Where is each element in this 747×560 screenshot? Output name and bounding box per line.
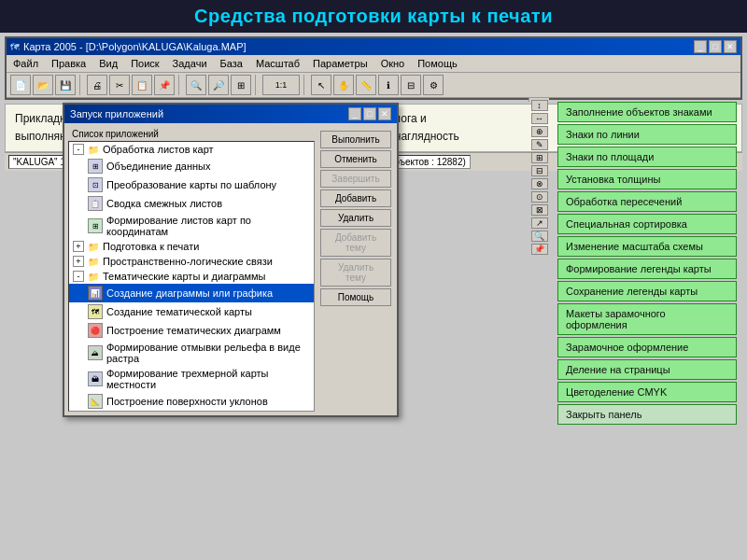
- dialog-minimize[interactable]: _: [348, 107, 361, 120]
- section-row-4[interactable]: - 📁 Тематические карты и диаграммы: [69, 269, 314, 284]
- item-icon-3: 📋: [88, 196, 103, 211]
- tb-paste[interactable]: 📌: [154, 75, 175, 95]
- list-item-9[interactable]: 📐 Построение поверхности уклонов: [69, 392, 314, 411]
- green-btn-0[interactable]: Заполнение объектов знаками: [557, 102, 737, 122]
- green-btn-9[interactable]: Макеты зарамочного оформления: [557, 303, 737, 335]
- vtb-btn-12[interactable]: 📌: [531, 244, 548, 255]
- maximize-button[interactable]: □: [709, 40, 722, 53]
- vtb-btn-6[interactable]: ⊟: [531, 165, 548, 176]
- btn-delete[interactable]: Удалить: [320, 209, 391, 227]
- menu-tasks[interactable]: Задачи: [170, 57, 210, 70]
- tb-measure[interactable]: 📏: [356, 75, 376, 95]
- list-item-4[interactable]: ⊞ Формирование листов карт по координата…: [69, 213, 314, 239]
- menu-base[interactable]: База: [218, 57, 246, 70]
- list-item-8[interactable]: 🏔 Формирование трехмерной карты местност…: [69, 366, 314, 392]
- list-item-3[interactable]: 📋 Сводка смежных листов: [69, 194, 314, 213]
- menu-file[interactable]: Файл: [10, 57, 41, 70]
- list-item-2[interactable]: ⊡ Преобразование карты по шаблону: [69, 175, 314, 194]
- list-item-label-selected: Создание диаграммы или графика: [106, 287, 273, 299]
- tb-sep4: [303, 75, 307, 95]
- tb-select[interactable]: ↖: [311, 75, 331, 95]
- tb-save[interactable]: 💾: [55, 75, 76, 95]
- vtb-btn-10[interactable]: ↗: [531, 217, 548, 229]
- green-btn-3[interactable]: Установка толщины: [557, 169, 737, 189]
- green-btn-6[interactable]: Изменение масштаба схемы: [557, 236, 737, 257]
- page-title: Средства подготовки карты к печати: [0, 0, 747, 33]
- tb-print[interactable]: 🖨: [87, 75, 107, 95]
- btn-add-theme[interactable]: Добавить тему: [320, 229, 391, 257]
- menu-scale[interactable]: Масштаб: [253, 57, 303, 70]
- menu-params[interactable]: Параметры: [310, 57, 371, 70]
- folder-icon-3: 📁: [88, 257, 99, 267]
- list-item-label-4: Формирование листов карт по координатам: [106, 215, 310, 237]
- expand-btn-4[interactable]: -: [73, 271, 84, 282]
- right-toolbar: ↕ ↔ ⊕ ✎ ⊞ ⊟ ⊗ ⊙ ⊠ ↗ 🔍 📌: [529, 98, 549, 102]
- status-field1: "KALUGA" 1: [8, 155, 70, 169]
- dialog-content: Список приложений - 📁 Обработка листов к…: [64, 123, 397, 415]
- list-item-label-6: Построение тематических диаграмм: [106, 325, 281, 336]
- list-item-5[interactable]: 🗺 Создание тематической карты: [69, 302, 314, 321]
- btn-cancel[interactable]: Отменить: [320, 150, 391, 168]
- menu-help[interactable]: Помощь: [415, 57, 460, 70]
- green-btn-7[interactable]: Формирование легенды карты: [557, 259, 737, 279]
- action-buttons-panel: Выполнить Отменить Завершить Добавить Уд…: [318, 127, 393, 412]
- green-btn-1[interactable]: Знаки по линии: [557, 124, 737, 145]
- tb-zoom-out[interactable]: 🔎: [208, 75, 229, 95]
- btn-del-theme[interactable]: Удалить тему: [320, 259, 391, 287]
- btn-execute[interactable]: Выполнить: [320, 131, 391, 148]
- section-row-3[interactable]: + 📁 Пространственно-логические связи: [69, 254, 314, 269]
- vtb-btn-11[interactable]: 🔍: [531, 231, 548, 242]
- green-btn-4[interactable]: Обработка пересечений: [557, 191, 737, 212]
- tb-scale-label: 1:1: [262, 75, 300, 95]
- tb-cut[interactable]: ✂: [109, 75, 130, 95]
- vtb-btn-4[interactable]: ✎: [531, 139, 548, 150]
- vtb-btn-3[interactable]: ⊕: [531, 126, 548, 137]
- folder-icon-4: 📁: [88, 272, 99, 282]
- list-panel[interactable]: - 📁 Обработка листов карт ⊞ Объединение …: [68, 141, 315, 412]
- tb-copy[interactable]: 📋: [132, 75, 152, 95]
- btn-help[interactable]: Помощь: [320, 288, 391, 306]
- vtb-btn-7[interactable]: ⊗: [531, 178, 548, 189]
- vtb-btn-5[interactable]: ⊞: [531, 152, 548, 163]
- minimize-button[interactable]: _: [694, 40, 707, 53]
- expand-btn-1[interactable]: -: [73, 144, 84, 155]
- menu-edit[interactable]: Правка: [49, 57, 89, 70]
- tb-settings[interactable]: ⚙: [423, 75, 444, 95]
- tb-open[interactable]: 📂: [33, 75, 53, 95]
- vtb-btn-8[interactable]: ⊙: [531, 191, 548, 203]
- green-btn-12[interactable]: Цветоделение CMYK: [557, 382, 737, 402]
- vtb-btn-9[interactable]: ⊠: [531, 204, 548, 216]
- menu-window[interactable]: Окно: [378, 57, 408, 70]
- tb-pan[interactable]: ✋: [333, 75, 354, 95]
- green-btn-10[interactable]: Зарамочное оформление: [557, 337, 737, 357]
- list-item-1[interactable]: ⊞ Объединение данных: [69, 157, 314, 175]
- green-btn-2[interactable]: Знаки по площади: [557, 147, 737, 167]
- green-btn-5[interactable]: Специальная сортировка: [557, 214, 737, 234]
- list-item-7[interactable]: ⛰ Формирование отмывки рельефа в виде ра…: [69, 340, 314, 366]
- tb-layers[interactable]: ⊟: [401, 75, 421, 95]
- green-btn-close[interactable]: Закрыть панель: [557, 404, 737, 425]
- section-row-2[interactable]: + 📁 Подготовка к печати: [69, 239, 314, 254]
- vtb-btn-1[interactable]: ↕: [531, 100, 548, 111]
- expand-btn-2[interactable]: +: [73, 241, 84, 252]
- vtb-btn-2[interactable]: ↔: [531, 113, 548, 124]
- tb-info[interactable]: ℹ: [378, 75, 399, 95]
- dialog-maximize[interactable]: □: [363, 107, 376, 120]
- tb-zoom-in[interactable]: 🔍: [186, 75, 206, 95]
- tb-new[interactable]: 📄: [10, 75, 31, 95]
- list-label: Список приложений: [68, 127, 315, 141]
- close-button[interactable]: ✕: [724, 40, 737, 53]
- list-item-6[interactable]: 🔴 Построение тематических диаграмм: [69, 321, 314, 340]
- list-item-selected[interactable]: 📊 Создание диаграммы или графика: [69, 284, 314, 302]
- dialog: Запуск приложений _ □ ✕ Список приложени…: [63, 103, 399, 417]
- dialog-close[interactable]: ✕: [378, 107, 391, 120]
- section-row-1[interactable]: - 📁 Обработка листов карт: [69, 142, 314, 157]
- tb-zoom-fit[interactable]: ⊞: [231, 75, 251, 95]
- btn-add[interactable]: Добавить: [320, 189, 391, 207]
- menu-search[interactable]: Поиск: [128, 57, 162, 70]
- menu-view[interactable]: Вид: [96, 57, 120, 70]
- green-btn-11[interactable]: Деление на страницы: [557, 359, 737, 380]
- btn-finish[interactable]: Завершить: [320, 170, 391, 188]
- green-btn-8[interactable]: Сохранение легенды карты: [557, 281, 737, 301]
- expand-btn-3[interactable]: +: [73, 256, 84, 267]
